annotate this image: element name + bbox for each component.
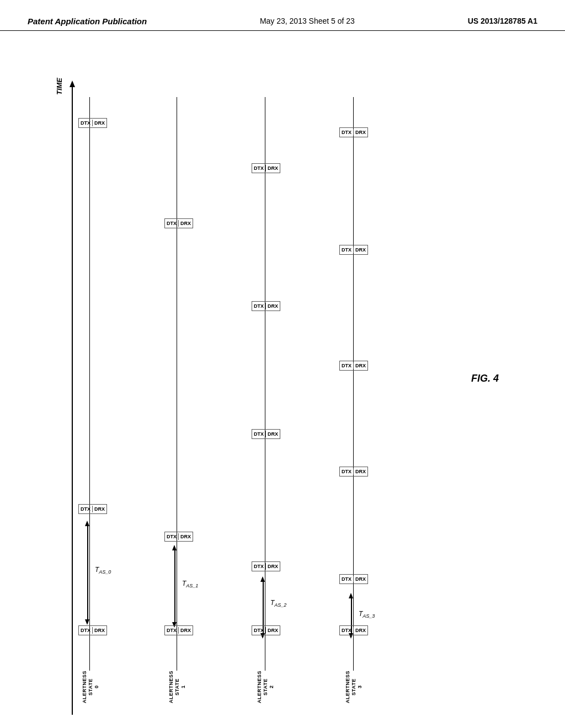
dtx-drx-box-col3-1: DTX DRX bbox=[339, 127, 368, 137]
dtx-label: DTX bbox=[252, 627, 266, 634]
dtx-label: DTX bbox=[252, 165, 266, 172]
tas1-arrow-line bbox=[174, 549, 175, 624]
drx-label: DRX bbox=[179, 220, 193, 227]
drx-label: DRX bbox=[266, 165, 280, 172]
as3-column-line bbox=[353, 97, 354, 671]
dtx-drx-box-col2-3: DTX DRX bbox=[252, 429, 280, 439]
tas0-arrowhead-down bbox=[85, 619, 89, 625]
dtx-label: DTX bbox=[252, 563, 266, 570]
dtx-label: DTX bbox=[252, 431, 266, 437]
tas3-label: TAS_3 bbox=[359, 610, 375, 619]
header-patent-number: US 2013/128785 A1 bbox=[468, 17, 537, 25]
drx-label: DRX bbox=[354, 247, 367, 253]
dtx-drx-box-col0-bottom: DTX DRX bbox=[78, 625, 107, 635]
dtx-label: DTX bbox=[340, 129, 354, 136]
tas0-arrow-down bbox=[87, 525, 88, 621]
alertness-state-0-label: ALERTNESSSTATE0 bbox=[82, 671, 99, 703]
header-publication-label: Patent Application Publication bbox=[28, 17, 147, 26]
dtx-label: DTX bbox=[252, 303, 266, 309]
diagram-area: TIME ALERTNESSSTATE0 ALERTNESSSTATE1 ALE… bbox=[0, 42, 565, 726]
as1-column-line bbox=[177, 97, 177, 671]
dtx-drx-box-col0-mid: DTX DRX bbox=[78, 504, 107, 514]
tas1-arrowhead-up bbox=[172, 545, 177, 550]
drx-label: DRX bbox=[93, 120, 106, 126]
dtx-label: DTX bbox=[165, 627, 179, 634]
alertness-state-1-label: ALERTNESSSTATE1 bbox=[168, 671, 186, 703]
time-label: TIME bbox=[55, 78, 63, 95]
drx-label: DRX bbox=[266, 563, 280, 570]
dtx-label: DTX bbox=[340, 627, 354, 634]
dtx-label: DTX bbox=[340, 576, 354, 582]
drx-label: DRX bbox=[354, 362, 367, 369]
drx-label: DRX bbox=[266, 627, 280, 634]
drx-label: DRX bbox=[179, 533, 193, 540]
dtx-label: DTX bbox=[79, 506, 93, 512]
dtx-drx-box-col1-bottom: DTX DRX bbox=[164, 625, 193, 635]
figure-label: FIG. 4 bbox=[471, 373, 499, 384]
alertness-state-2-label: ALERTNESSSTATE2 bbox=[257, 671, 274, 703]
as2-column-line bbox=[265, 97, 265, 671]
drx-label: DRX bbox=[354, 627, 367, 634]
drx-label: DRX bbox=[93, 627, 106, 634]
dtx-drx-box-col1-mid: DTX DRX bbox=[164, 532, 193, 542]
tas0-arrowhead-up bbox=[85, 521, 89, 526]
dtx-label: DTX bbox=[340, 468, 354, 475]
dtx-drx-box-col3-4: DTX DRX bbox=[339, 467, 368, 477]
dtx-label: DTX bbox=[165, 220, 179, 227]
header-date-sheet: May 23, 2013 Sheet 5 of 23 bbox=[260, 17, 355, 25]
tas3-arrowhead-up bbox=[349, 593, 353, 598]
drx-label: DRX bbox=[354, 129, 367, 136]
drx-label: DRX bbox=[354, 576, 367, 582]
dtx-drx-box-col3-6: DTX DRX bbox=[339, 625, 368, 635]
tas2-arrowhead-up bbox=[260, 576, 265, 582]
dtx-label: DTX bbox=[340, 362, 354, 369]
tas2-label: TAS_2 bbox=[270, 599, 286, 608]
dtx-drx-box-col1-top: DTX DRX bbox=[164, 218, 193, 228]
dtx-label: DTX bbox=[79, 120, 93, 126]
drx-label: DRX bbox=[266, 303, 280, 309]
page-header: Patent Application Publication May 23, 2… bbox=[0, 0, 565, 31]
dtx-drx-box-col3-2: DTX DRX bbox=[339, 245, 368, 255]
dtx-drx-box-col2-2: DTX DRX bbox=[252, 301, 280, 311]
as0-column-line bbox=[89, 97, 90, 671]
drx-label: DRX bbox=[266, 431, 280, 437]
alertness-state-3-label: ALERTNESSSTATE3 bbox=[345, 671, 363, 703]
tas1-label: TAS_1 bbox=[182, 580, 198, 588]
dtx-drx-box-col3-5: DTX DRX bbox=[339, 574, 368, 584]
dtx-label: DTX bbox=[79, 627, 93, 634]
dtx-label: DTX bbox=[165, 533, 179, 540]
drx-label: DRX bbox=[354, 468, 367, 475]
dtx-drx-box-col0-top: DTX DRX bbox=[78, 118, 107, 128]
dtx-drx-box-col2-4: DTX DRX bbox=[252, 561, 280, 571]
dtx-label: DTX bbox=[340, 247, 354, 253]
drx-label: DRX bbox=[179, 627, 193, 634]
dtx-drx-box-col3-3: DTX DRX bbox=[339, 361, 368, 371]
time-axis bbox=[72, 86, 73, 715]
tas0-label: TAS_0 bbox=[95, 566, 111, 575]
dtx-drx-box-col2-5: DTX DRX bbox=[252, 625, 280, 635]
drx-label: DRX bbox=[93, 506, 106, 512]
dtx-drx-box-col2-1: DTX DRX bbox=[252, 163, 280, 173]
